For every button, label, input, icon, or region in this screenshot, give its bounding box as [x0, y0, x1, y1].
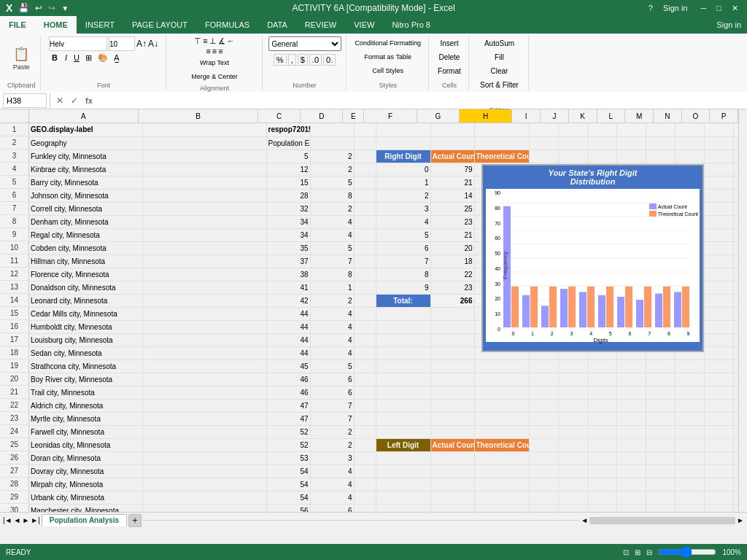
cell-r11-c7[interactable]: 18 [430, 254, 474, 268]
cell-r30-c14[interactable] [675, 504, 704, 512]
cell-r3-c2[interactable] [142, 149, 266, 163]
cell-r4-c1[interactable]: Kinbrae city, Minnesota [29, 163, 142, 176]
cell-r4-c5[interactable] [354, 163, 376, 176]
cell-r20-c14[interactable] [675, 373, 704, 386]
cell-r19-c11[interactable] [587, 359, 616, 373]
cell-r1-c7[interactable] [430, 123, 474, 136]
cell-r1-c16[interactable] [733, 123, 738, 136]
cell-r1-c12[interactable] [616, 123, 646, 136]
cell-r14-c7[interactable]: 266 [430, 294, 474, 307]
col-header-e[interactable]: E [343, 109, 364, 122]
cell-r3-c4[interactable]: 2 [310, 149, 354, 163]
cell-r16-c4[interactable]: 4 [310, 320, 354, 333]
cell-r22-c2[interactable] [142, 399, 266, 412]
cell-r24-c2[interactable] [142, 425, 266, 438]
cell-r28-c5[interactable] [354, 478, 376, 491]
cell-r15-c2[interactable] [142, 307, 266, 320]
cell-r23-c15[interactable] [704, 412, 733, 425]
cell-r27-c14[interactable] [675, 464, 704, 478]
tab-home[interactable]: HOME [35, 16, 77, 34]
cell-r11-c4[interactable]: 7 [310, 254, 354, 268]
cell-r14-c2[interactable] [142, 294, 266, 307]
cell-r3-c6[interactable]: Right Digit [376, 149, 430, 163]
text-angle-button[interactable]: ∡ [218, 36, 225, 46]
cell-r14-c15[interactable] [704, 294, 733, 307]
cell-r12-c16[interactable] [733, 268, 738, 281]
cell-r15-c1[interactable]: Cedar Mills city, Minnesota [29, 307, 142, 320]
cell-r5-c3[interactable]: 15 [266, 176, 310, 189]
cell-r4-c4[interactable]: 2 [310, 163, 354, 176]
cell-r28-c13[interactable] [646, 478, 675, 491]
cell-r20-c13[interactable] [646, 373, 675, 386]
quick-access-dropdown[interactable]: ▼ [61, 4, 69, 12]
cell-r17-c3[interactable]: 44 [266, 333, 310, 346]
cell-r23-c9[interactable] [529, 412, 558, 425]
cell-r12-c15[interactable] [704, 268, 733, 281]
cell-r24-c9[interactable] [529, 425, 558, 438]
tab-nitro[interactable]: Nitro Pro 8 [383, 16, 439, 34]
cell-r27-c11[interactable] [587, 464, 616, 478]
cell-r21-c5[interactable] [354, 386, 376, 399]
cell-r1-c13[interactable] [646, 123, 675, 136]
col-header-f[interactable]: F [364, 109, 417, 122]
col-header-a[interactable]: A [29, 109, 139, 122]
cell-r13-c6[interactable]: 9 [376, 281, 430, 294]
cell-r21-c13[interactable] [646, 386, 675, 399]
cell-r22-c12[interactable] [616, 399, 646, 412]
cell-r9-c1[interactable]: Regal city, Minnesota [29, 228, 142, 241]
cell-r21-c6[interactable] [376, 386, 430, 399]
border-button[interactable]: ⊞ [83, 52, 94, 63]
cell-r21-c12[interactable] [616, 386, 646, 399]
cell-r7-c6[interactable]: 3 [376, 202, 430, 215]
col-header-i[interactable]: I [512, 109, 541, 122]
cell-r2-c16[interactable] [733, 136, 738, 149]
cell-r18-c2[interactable] [142, 346, 266, 359]
cell-r21-c11[interactable] [587, 386, 616, 399]
cell-r28-c4[interactable]: 4 [310, 478, 354, 491]
cell-r23-c12[interactable] [616, 412, 646, 425]
cell-r16-c1[interactable]: Humboldt city, Minnesota [29, 320, 142, 333]
col-header-k[interactable]: K [569, 109, 597, 122]
cell-r28-c14[interactable] [675, 478, 704, 491]
cell-r25-c5[interactable] [354, 438, 376, 451]
cell-r13-c16[interactable] [733, 281, 738, 294]
paste-button[interactable]: 📋 Paste [10, 38, 33, 79]
cell-r5-c7[interactable]: 21 [430, 176, 474, 189]
cell-r16-c6[interactable] [376, 320, 430, 333]
cell-r7-c2[interactable] [142, 202, 266, 215]
cell-r12-c6[interactable]: 8 [376, 268, 430, 281]
cell-r12-c7[interactable]: 22 [430, 268, 474, 281]
delete-button[interactable]: Delete [436, 50, 462, 63]
cell-r13-c5[interactable] [354, 281, 376, 294]
cell-r29-c4[interactable]: 4 [310, 491, 354, 504]
sheet-tab-population-analysis[interactable]: Population Analysis [42, 514, 127, 526]
fill-color-button[interactable]: 🎨 [96, 52, 110, 63]
cell-r23-c11[interactable] [587, 412, 616, 425]
cell-r11-c15[interactable] [704, 254, 733, 268]
cell-r22-c14[interactable] [675, 399, 704, 412]
cell-r29-c5[interactable] [354, 491, 376, 504]
cell-r1-c1[interactable]: GEO.display-label [29, 123, 142, 136]
cell-r20-c2[interactable] [142, 373, 266, 386]
cell-r3-c13[interactable] [646, 149, 675, 163]
cell-r8-c7[interactable]: 23 [430, 215, 474, 228]
cell-r16-c7[interactable] [430, 320, 474, 333]
cell-r18-c5[interactable] [354, 346, 376, 359]
cell-r28-c2[interactable] [142, 478, 266, 491]
cell-r10-c15[interactable] [704, 241, 733, 254]
col-header-j[interactable]: J [541, 109, 569, 122]
number-format-select[interactable]: General [268, 36, 341, 51]
cell-r9-c4[interactable]: 4 [310, 228, 354, 241]
cell-r26-c13[interactable] [646, 451, 675, 464]
cell-r22-c3[interactable]: 47 [266, 399, 310, 412]
cell-r30-c16[interactable] [733, 504, 738, 512]
cell-r3-c16[interactable] [733, 149, 738, 163]
cell-r2-c8[interactable] [474, 136, 529, 149]
cell-r5-c4[interactable]: 5 [310, 176, 354, 189]
cell-r1-c6[interactable] [376, 123, 430, 136]
cell-r4-c6[interactable]: 0 [376, 163, 430, 176]
cancel-formula-button[interactable]: ✕ [53, 94, 66, 107]
cell-r25-c7[interactable]: Actual Count [430, 438, 474, 451]
merge-center-button[interactable]: Merge & Center [188, 70, 241, 83]
increase-decimal-button[interactable]: .0 [309, 54, 322, 66]
